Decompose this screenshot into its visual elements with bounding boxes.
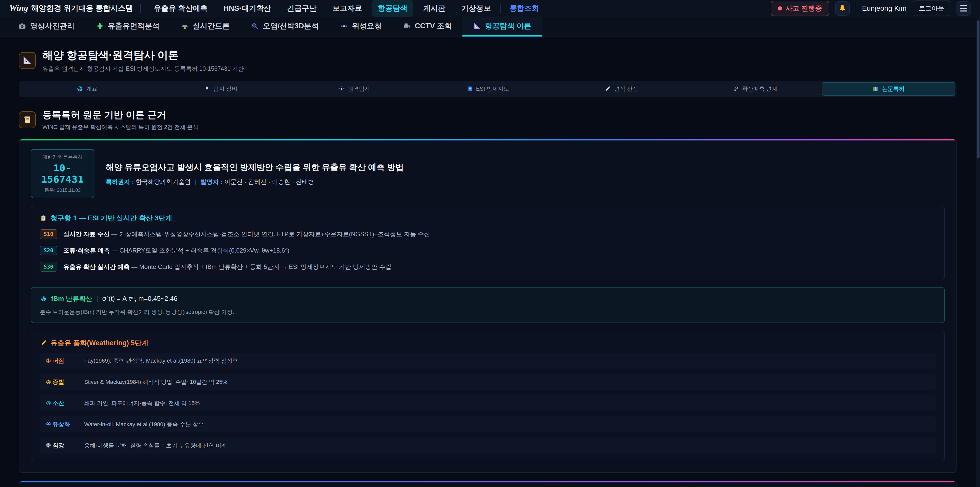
step-badge: S30 [40,262,57,272]
step-badge: S20 [40,246,57,255]
books-icon [872,86,879,92]
camcorder-icon [403,22,410,30]
set-square-icon [473,22,481,30]
fbm-box: fBm 난류확산 | σ²(t) = A·tᵐ, m=0.45~2.46 분수 … [30,287,945,323]
tab-remote-sensing[interactable]: 원격탐사 [287,82,421,96]
weathering-row: ② 증발 Stiver & Mackay(1984) 해석적 방법. 수일~10… [40,374,935,390]
menu-aerial-search[interactable]: 항공탐색 [372,0,414,17]
claim-step: S30 유출유 확산 실시간 예측Monte Carlo 입자추적 + fBm … [40,262,935,272]
menu-board[interactable]: 게시판 [417,0,452,17]
weathering-row: ④ 유상화 Water-in-oil. Mackay et al.(1980) … [40,416,935,432]
subnav-image-photo-mgmt[interactable]: 영상사진관리 [8,17,85,37]
patent-card-1: 대한민국 등록특허 10-1567431 등록: 2015.11.03 해양 유… [19,139,956,473]
section-header: 등록특허 원문 기반 이론 근거 WING 탑재 유출유 확산예측 시스템의 특… [19,109,956,131]
tab-detection-equipment[interactable]: 탐지 장비 [154,82,287,96]
topnav-right: 사고 진행중 Eunjeong Kim 로그아웃 [771,0,971,16]
menu-oil-spill-forecast[interactable]: 유출유 확산예측 [148,0,214,17]
menu-reports[interactable]: 보고자료 [326,0,368,17]
sub-navigation: 영상사진관리 유출유면적분석 실시간드론 오염/선박3D분석 위성요청 CCTV… [0,17,980,37]
patent-registered-date: 등록: 2015.11.03 [34,187,91,193]
scrollbar-thumb[interactable] [977,21,980,158]
owner-value: 한국해양과학기술원 [135,178,191,185]
weathering-row: ⑤ 침강 용해·미생물 분해. 질량 손실률 = 초기 누유량에 선형 비례 [40,438,935,453]
incident-status-badge[interactable]: 사고 진행중 [771,1,829,16]
magnifier-icon [251,22,259,30]
patent-number: 10-1567431 [34,163,91,185]
app-title: 해양환경 위기대응 통합시스템 [31,3,133,14]
claim-step: S20 조류·취송류 예측CHARRY모델 조화분석 + 취송류 경험식(0.0… [40,246,935,255]
satellite-icon [340,22,348,30]
subnav-pollution-ship-3d[interactable]: 오염/선박3D분석 [240,17,329,37]
logout-button[interactable]: 로그아웃 [913,0,950,16]
divider [140,3,141,13]
menu-weather-info[interactable]: 기상정보 [455,0,497,17]
section-tabs: 개요 탐지 장비 원격탐사 ESI 방제지도 면적 산정 확산예측 연계 논문특… [19,81,956,97]
tab-area-calculation[interactable]: 면적 산정 [555,82,688,96]
subnav-satellite-request[interactable]: 위성요청 [329,17,392,37]
divider [856,3,856,14]
section-subtitle: WING 탑재 유출유 확산예측 시스템의 특허 원전 2건 전체 분석 [42,123,198,131]
app-logo[interactable]: Wing 해양환경 위기대응 통합시스템 [9,3,133,14]
rocket-icon [204,86,210,92]
link-icon [732,86,739,92]
pencil-icon [605,86,611,92]
weathering-row: ① 퍼짐 Fay(1969): 중력-관성력. Mackay et al.(19… [40,353,935,369]
fbm-description: 분수 브라운운동(fBm) 기반 무작위 확산거리 생성. 등방성(isotro… [40,308,935,316]
tab-diffusion-link[interactable]: 확산예측 연계 [688,82,821,96]
menu-integrated-search[interactable]: 통합조회 [504,0,544,17]
claim-title: 청구항 1 — ESI 기반 실시간 확산 3단계 [51,214,172,223]
subnav-aerial-search-theory[interactable]: 항공탐색 이론 [463,17,542,37]
subnav-oil-area-analysis[interactable]: 유출유면적분석 [85,17,170,37]
incident-dot-icon [778,6,782,10]
section-icon-box [19,111,36,128]
cyclone-icon [40,295,47,302]
camera-icon [18,22,26,30]
incident-label: 사고 진행중 [786,4,822,13]
tab-overview[interactable]: 개요 [20,82,154,96]
book-icon [466,86,473,92]
notification-button[interactable] [835,1,850,16]
fbm-formula: σ²(t) = A·tᵐ, m=0.45~2.46 [102,295,178,303]
inventors-label: 발명자 [200,178,224,185]
subnav-cctv-view[interactable]: CCTV 조회 [392,17,463,37]
tab-papers-patents[interactable]: 논문특허 [822,82,955,96]
subnav-realtime-drone[interactable]: 실시간드론 [170,17,240,37]
patent-meta: 특허권자한국해양과학기술원|발명자이문진 · 김혜진 · 이승현 · 전태병 [106,178,404,186]
user-name: Eunjeong Kim [862,4,907,13]
fbm-title: fBm 난류확산 [51,294,92,303]
set-square-icon [22,56,32,65]
page-title: 해양 항공탐색·원격탐사 이론 [42,48,244,62]
hamburger-icon [960,5,967,6]
drone-ufo-icon [181,22,189,30]
patent-header: 대한민국 등록특허 10-1567431 등록: 2015.11.03 해양 유… [30,149,945,198]
weathering-row: ③ 소산 쇄파 기인. 파도에너지·풍속 함수. 전체 약 15% [40,395,935,411]
inventors-value: 이문진 · 김혜진 · 이승현 · 전태병 [224,178,314,185]
menu-hns-diffusion[interactable]: HNS·대기확산 [218,0,277,17]
globe-icon [76,86,83,92]
patent-card-2: 대한민국 등록특허 10-1868791 등록: 2018.06.12 유출유(… [19,481,956,487]
main-menu: 유출유 확산예측 HNS·대기확산 긴급구난 보고자료 항공탐색 게시판 기상정… [148,0,544,17]
puzzle-icon [96,22,103,30]
claim-step: S10 실시간 자료 수신기상예측시스템·위성영상수신시스템·검조소 인터넷 연… [40,229,935,239]
scroll-icon [22,115,32,125]
owner-label: 특허권자 [106,178,135,185]
section-title: 등록특허 원문 기반 이론 근거 [42,109,198,121]
weathering-title: 유출유 풍화(Weathering) 5단계 [51,339,148,348]
patent-title: 해양 유류오염사고 발생시 효율적인 방제방안 수립을 위한 유출유 확산 예측… [106,162,404,173]
step-badge: S10 [40,229,57,239]
patent-number-badge: 대한민국 등록특허 10-1567431 등록: 2015.11.03 [30,149,94,198]
hamburger-menu-button[interactable] [956,1,971,16]
bell-icon [838,4,847,13]
pencil-icon [40,339,47,346]
top-navigation: Wing 해양환경 위기대응 통합시스템 유출유 확산예측 HNS·대기확산 긴… [0,0,980,17]
page-subtitle: 유출유 원격탐지·항공감시 기법·ESI 방제정보지도·등록특허 10-1567… [42,65,244,73]
page-icon-box [19,52,36,69]
claim-box: 청구항 1 — ESI 기반 실시간 확산 3단계 S10 실시간 자료 수신기… [30,206,945,279]
clipboard-icon [40,214,47,222]
satellite-icon [338,86,345,92]
logo-wing-mark: Wing [9,3,28,13]
page-scrollbar[interactable] [976,17,980,487]
menu-emergency-rescue[interactable]: 긴급구난 [281,0,323,17]
page-content: 해양 항공탐색·원격탐사 이론 유출유 원격탐지·항공감시 기법·ESI 방제정… [0,37,980,487]
tab-esi-map[interactable]: ESI 방제지도 [421,82,554,96]
